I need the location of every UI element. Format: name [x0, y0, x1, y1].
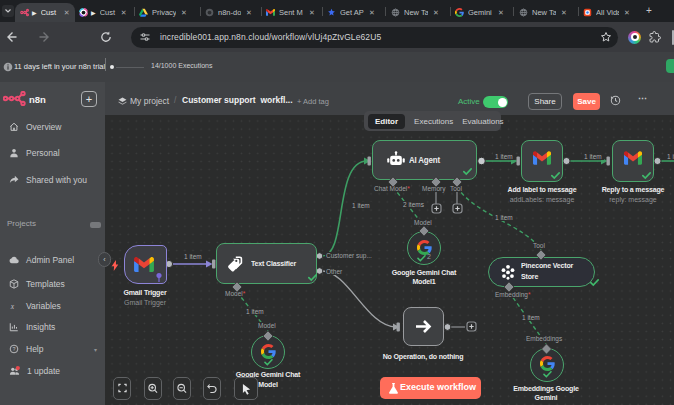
svg-text:x: x — [10, 301, 15, 310]
svg-text:?: ? — [13, 346, 16, 352]
